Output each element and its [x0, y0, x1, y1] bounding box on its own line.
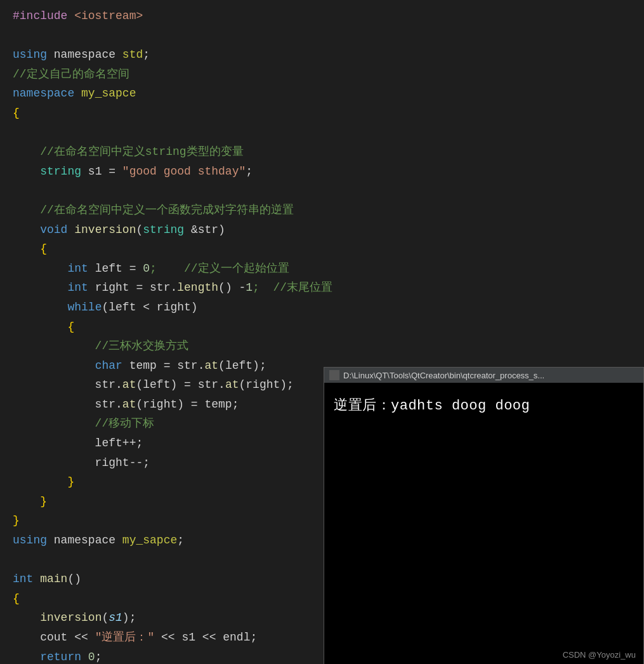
- code-line: {: [13, 103, 631, 123]
- terminal-window: D:\Linux\QT\Tools\QtCreator\bin\qtcreato…: [324, 367, 644, 664]
- code-line: namespace my_sapce: [13, 84, 631, 103]
- terminal-watermark: CSDN @Yoyozi_wu: [563, 650, 636, 660]
- code-line: //在命名空间中定义string类型的变量: [13, 142, 631, 162]
- code-line: while(left < right): [13, 298, 631, 317]
- code-line: {: [13, 317, 631, 337]
- terminal-body: 逆置后：yadhts doog doog: [324, 383, 643, 637]
- terminal-output: 逆置后：yadhts doog doog: [334, 395, 634, 415]
- code-editor: #include <iostream> using namespace std;…: [0, 0, 644, 664]
- code-line: using namespace std;: [13, 45, 631, 65]
- terminal-icon: [329, 370, 339, 380]
- code-line: //三杯水交换方式: [13, 336, 631, 356]
- code-line: //在命名空间中定义一个函数完成对字符串的逆置: [13, 201, 631, 220]
- code-line: {: [13, 239, 631, 259]
- code-line: void inversion(string &str): [13, 220, 631, 240]
- code-line: #include <iostream>: [13, 6, 631, 26]
- code-line: [13, 181, 631, 201]
- code-line: [13, 123, 631, 143]
- code-line: int right = str.length() -1; //末尾位置: [13, 278, 631, 298]
- code-line: string s1 = "good good sthday";: [13, 162, 631, 182]
- code-line: //定义自己的命名空间: [13, 65, 631, 84]
- code-line: [13, 26, 631, 46]
- terminal-titlebar: D:\Linux\QT\Tools\QtCreator\bin\qtcreato…: [324, 368, 643, 383]
- terminal-title: D:\Linux\QT\Tools\QtCreator\bin\qtcreato…: [343, 371, 544, 380]
- code-line: int left = 0; //定义一个起始位置: [13, 259, 631, 279]
